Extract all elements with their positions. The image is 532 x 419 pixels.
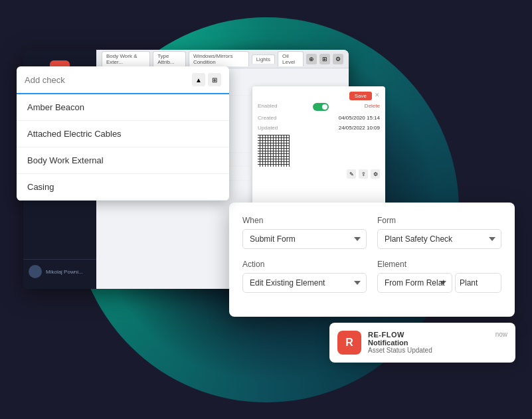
tab-oil-level[interactable]: Oil Level: [278, 51, 304, 66]
tab-lights[interactable]: Lights: [252, 54, 275, 64]
list-item[interactable]: Amber Beacon: [17, 94, 229, 121]
modal-action-element-row: Action Edit Existing Element Element Fro…: [242, 260, 501, 293]
modal-when-form-row: When Submit Form Form Plant Safety Check: [242, 216, 501, 249]
notification-icon: R: [337, 331, 361, 355]
notification-message: Asset Status Updated: [368, 347, 489, 354]
created-row: Created 04/05/2020 15:14: [258, 115, 380, 121]
automation-modal: When Submit Form Form Plant Safety Check…: [229, 203, 515, 317]
action-label: Action: [242, 260, 367, 269]
avatar: [29, 265, 42, 278]
settings-gear-icon[interactable]: ⚙: [333, 54, 343, 64]
add-check-input[interactable]: [25, 75, 192, 85]
modal-when-field: When Submit Form: [242, 216, 367, 249]
settings-grid-icon[interactable]: ⊞: [208, 73, 221, 86]
sidebar-bottom: Mikolaj Powni...: [23, 259, 96, 284]
notification-title: Notification: [368, 339, 489, 347]
edit-icon[interactable]: ✎: [347, 169, 356, 179]
notification-time: now: [495, 331, 507, 338]
add-check-header-icons: ▲ ⊞: [192, 73, 221, 86]
element-select-group: From Form Relation Plant: [377, 273, 501, 293]
modal-element-field: Element From Form Relation Plant: [377, 260, 501, 293]
dropdown-arrow-icon[interactable]: ▲: [192, 73, 205, 86]
detail-icons: ✎ ⇪ ⚙: [258, 169, 380, 179]
tab-windows-mirrors[interactable]: Windows/Mirrors Condition: [189, 51, 249, 66]
form-select[interactable]: Plant Safety Check: [377, 229, 501, 249]
enabled-toggle[interactable]: [313, 103, 329, 111]
add-check-header: ▲ ⊞: [17, 66, 229, 94]
updated-row: Updated 24/05/2022 10:09: [258, 125, 380, 131]
element-target-select[interactable]: Plant: [455, 273, 501, 293]
toolbar: Body Work & Exter... Type Attrib... Wind…: [96, 50, 349, 68]
notification: R RE-FLOW Notification Asset Status Upda…: [329, 323, 515, 363]
list-item[interactable]: Attached Electric Cables: [17, 121, 229, 147]
modal-action-field: Action Edit Existing Element: [242, 260, 367, 293]
user-name: Mikolaj Powni...: [46, 269, 83, 275]
enabled-row: Enabled Delete: [258, 103, 380, 111]
notification-content: RE-FLOW Notification Asset Status Update…: [368, 331, 489, 354]
element-label: Element: [377, 260, 501, 269]
element-source-select[interactable]: From Form Relation: [377, 273, 452, 293]
tab-body-work[interactable]: Body Work & Exter...: [102, 51, 150, 66]
notification-brand: RE-FLOW: [368, 331, 489, 339]
detail-panel: Save ✕ Enabled Delete Created 04/05/2020…: [252, 86, 385, 206]
grid-icon[interactable]: ⊞: [319, 54, 330, 64]
when-select[interactable]: Submit Form: [242, 229, 367, 249]
zoom-icon[interactable]: ⊕: [306, 54, 317, 64]
modal-form-field: Form Plant Safety Check: [377, 216, 501, 249]
settings-icon[interactable]: ⚙: [371, 169, 380, 179]
add-check-dropdown: ▲ ⊞ Amber Beacon Attached Electric Cable…: [17, 66, 229, 201]
sidebar-user[interactable]: Mikolaj Powni...: [23, 259, 96, 284]
add-check-list: Amber Beacon Attached Electric Cables Bo…: [17, 94, 229, 201]
qr-code: [258, 135, 290, 167]
share-icon[interactable]: ⇪: [359, 169, 368, 179]
when-label: When: [242, 216, 367, 225]
form-label: Form: [377, 216, 501, 225]
action-select[interactable]: Edit Existing Element: [242, 273, 367, 293]
save-button[interactable]: Save: [349, 92, 372, 100]
toolbar-icons: ⊕ ⊞ ⚙: [306, 54, 343, 64]
list-item[interactable]: Casing: [17, 174, 229, 201]
close-icon[interactable]: ✕: [375, 92, 380, 100]
list-item[interactable]: Body Work External: [17, 147, 229, 174]
delete-button[interactable]: Delete: [365, 103, 380, 111]
tab-type-attrib[interactable]: Type Attrib...: [153, 51, 186, 66]
